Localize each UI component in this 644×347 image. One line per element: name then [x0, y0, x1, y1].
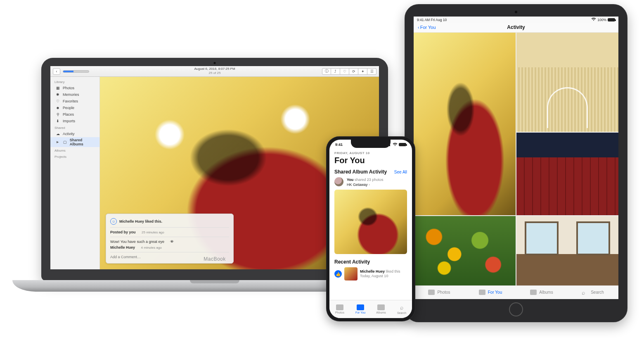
comment-text: Wow! You have such a great eye [110, 240, 164, 244]
tab-label: Search [591, 290, 604, 295]
tab-label: Search [397, 311, 406, 314]
tab-photos[interactable]: Photos [414, 286, 465, 299]
sidebar-item-favorites[interactable]: ♡Favorites [50, 98, 99, 105]
shared-activity-heading: Shared Album Activity [334, 169, 387, 175]
activity-photo-court[interactable] [516, 33, 618, 132]
toolbar-title-date: August 6, 2018, 8:07:25 PM [194, 67, 235, 71]
recent-activity-text: Michelle Huey liked this Today, August 1… [360, 269, 400, 278]
tab-search[interactable]: ⌕Search [391, 300, 412, 318]
sidebar-item-places[interactable]: ⚲Places [50, 111, 99, 118]
sidebar-section-shared: Shared [50, 124, 99, 131]
tab-label: For You [355, 311, 365, 314]
sidebar: Library ▦Photos ✺Memories ♡Favorites ☻Pe… [50, 77, 100, 269]
photos-tab-icon [428, 290, 435, 295]
comment-time: 4 minutes ago [141, 246, 162, 250]
tab-for-you[interactable]: For You [350, 300, 371, 318]
sidebar-item-label: People [63, 106, 74, 110]
recent-activity-row[interactable]: 👍 Michelle Huey liked this Today, August… [334, 267, 407, 280]
sidebar-item-people[interactable]: ☻People [50, 105, 99, 111]
tab-label: Albums [539, 290, 553, 295]
sidebar-item-memories[interactable]: ✺Memories [50, 91, 99, 98]
comment-author: Michelle Huey [110, 245, 135, 250]
recent-thumbnail [344, 267, 358, 280]
info-button[interactable]: ⓘ [322, 68, 331, 75]
see-all-link[interactable]: See All [394, 170, 407, 174]
iphone-tabbar: Photos For You Albums ⌕Search [329, 300, 412, 318]
albums-tab-icon [530, 290, 537, 295]
battery-icon [399, 143, 406, 146]
for-you-screen[interactable]: FRIDAY, AUGUST 10 For You Shared Album A… [329, 150, 412, 300]
activity-grid[interactable] [414, 33, 618, 285]
sidebar-item-label: Activity [63, 132, 75, 136]
sidebar-item-label: Photos [63, 86, 74, 90]
disclosure-triangle-icon[interactable]: ▶ [55, 140, 60, 145]
sidebar-section-albums[interactable]: Albums [50, 147, 99, 153]
macbook-brand-label: MacBook [204, 256, 226, 262]
tab-label: Photos [437, 290, 450, 295]
ipad-screen: 9:41 AM Fri Aug 10 100% ‹For You Activit… [414, 17, 618, 299]
rotate-button[interactable]: ⟳ [349, 68, 358, 75]
wifi-icon [393, 143, 398, 147]
zoom-slider[interactable] [63, 70, 89, 73]
status-time-date: 9:41 AM Fri Aug 10 [417, 18, 447, 22]
shared-activity-row[interactable]: You shared 23 photos HK Getaway › [334, 177, 407, 187]
like-badge-icon: 👍 [334, 270, 342, 278]
share-album-name: HK Getaway [347, 183, 368, 187]
iphone-screen: 9:41 FRIDAY, AUGUST 10 For You Shared Al… [329, 140, 412, 318]
status-right-group: 100% [591, 17, 615, 22]
tab-albums[interactable]: Albums [371, 300, 391, 318]
sidebar-section-projects[interactable]: Projects [50, 153, 99, 159]
for-you-tab-icon [479, 290, 485, 295]
back-button[interactable]: ‹ [53, 68, 60, 75]
memories-icon: ✺ [55, 92, 60, 97]
nav-title: Activity [507, 24, 525, 30]
activity-photo-hero[interactable] [414, 33, 516, 215]
back-label: For You [420, 25, 436, 30]
for-you-tab-icon [357, 304, 364, 310]
ipad-navbar: ‹For You Activity [414, 23, 618, 33]
toolbar-actions: ⓘ ⤴ ♡ ⟳ ✦ ☰ [322, 68, 376, 75]
favorite-button[interactable]: ♡ [340, 68, 349, 75]
home-button[interactable] [509, 302, 523, 316]
sidebar-item-activity[interactable]: ☁Activity [50, 131, 99, 137]
sidebar-item-shared-albums[interactable]: ▶▢Shared Albums [50, 137, 99, 147]
page-title: For You [334, 156, 407, 165]
albums-tab-icon [377, 304, 385, 310]
toolbar-title-count: 25 of 25 [194, 71, 235, 75]
activity-photo-buildings[interactable] [516, 133, 618, 215]
recent-subtitle: Today, August 10 [360, 274, 400, 278]
activity-photo-cafe[interactable] [516, 216, 618, 285]
recent-activity-heading: Recent Activity [334, 259, 407, 265]
tab-search[interactable]: ⌕Search [567, 286, 618, 299]
enhance-button[interactable]: ✦ [358, 68, 367, 75]
sidebar-item-label: Memories [63, 93, 79, 97]
chevron-right-icon: › [369, 183, 370, 187]
iphone-device: 9:41 FRIDAY, AUGUST 10 For You Shared Al… [326, 136, 415, 321]
recent-author: Michelle Huey [360, 269, 385, 273]
photos-icon: ▦ [55, 86, 60, 90]
shared-photo-thumbnail[interactable] [334, 190, 407, 254]
cloud-icon: ☁ [55, 131, 60, 136]
iphone-bezel: 9:41 FRIDAY, AUGUST 10 For You Shared Al… [326, 136, 415, 321]
tab-label: Photos [335, 311, 344, 314]
sidebar-item-photos[interactable]: ▦Photos [50, 85, 99, 91]
ipad-tabbar: Photos For You Albums ⌕Search [414, 285, 618, 299]
tab-albums[interactable]: Albums [516, 286, 567, 299]
tab-photos[interactable]: Photos [329, 300, 350, 318]
share-button[interactable]: ⤴ [331, 68, 340, 75]
sidebar-item-imports[interactable]: ⬇Imports [50, 118, 99, 124]
activity-photo-fruit[interactable] [414, 216, 516, 285]
camera-dot-icon [515, 11, 517, 13]
share-author: You [347, 178, 353, 182]
album-icon: ▢ [62, 140, 67, 145]
sidebar-item-label: Places [63, 112, 74, 116]
wifi-icon [591, 17, 596, 22]
camera-dot-icon [214, 62, 216, 64]
chevron-left-icon: ‹ [418, 25, 419, 30]
tab-for-you[interactable]: For You [465, 286, 516, 299]
edit-button[interactable]: ☰ [367, 68, 376, 75]
status-time: 9:41 [335, 143, 343, 147]
back-button[interactable]: ‹For You [418, 25, 436, 30]
recent-desc: liked this [385, 269, 400, 273]
iphone-notch [351, 140, 391, 148]
